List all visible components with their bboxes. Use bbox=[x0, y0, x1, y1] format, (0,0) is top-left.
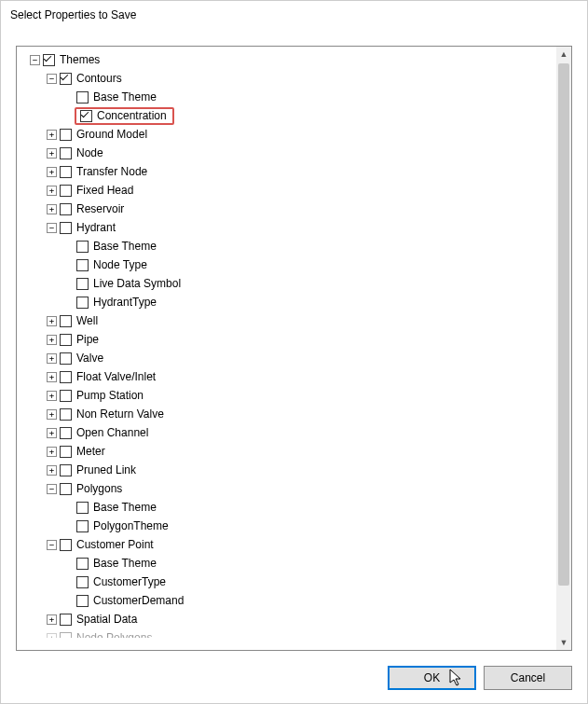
cancel-button[interactable]: Cancel bbox=[484, 666, 572, 690]
checkbox-fixed-head[interactable] bbox=[60, 185, 72, 197]
label-reservoir[interactable]: Reservoir bbox=[75, 202, 126, 215]
expander-spacer bbox=[63, 297, 74, 308]
dialog-button-bar: OK Cancel bbox=[388, 666, 572, 690]
label-pruned-link[interactable]: Pruned Link bbox=[75, 463, 138, 476]
checkbox-well[interactable] bbox=[60, 315, 72, 327]
expander-spacer bbox=[63, 260, 74, 270]
label-concentration[interactable]: Concentration bbox=[95, 109, 169, 122]
label-fixed-head[interactable]: Fixed Head bbox=[75, 184, 135, 197]
checkbox-valve[interactable] bbox=[60, 352, 72, 365]
expander-reservoir[interactable]: + bbox=[47, 204, 57, 214]
checkbox-polygon-theme[interactable] bbox=[76, 520, 89, 532]
label-polygons-base-theme[interactable]: Base Theme bbox=[91, 501, 158, 514]
expander-meter[interactable]: + bbox=[47, 447, 57, 457]
label-contours-base-theme[interactable]: Base Theme bbox=[91, 90, 158, 104]
checkbox-hydrant-base-theme[interactable] bbox=[76, 241, 89, 253]
checkbox-pruned-link[interactable] bbox=[60, 464, 72, 476]
expander-float-valve[interactable]: + bbox=[47, 372, 57, 382]
expander-valve[interactable]: + bbox=[47, 353, 57, 364]
label-float-valve[interactable]: Float Valve/Inlet bbox=[75, 370, 157, 383]
checkbox-concentration[interactable] bbox=[80, 110, 92, 122]
label-polygons[interactable]: Polygons bbox=[75, 482, 124, 495]
highlight-concentration: Concentration bbox=[75, 107, 174, 125]
expander-pump-station[interactable]: + bbox=[47, 391, 57, 401]
expander-non-return-valve[interactable]: + bbox=[47, 409, 57, 420]
tree-frame: − Themes − Contours bbox=[16, 46, 572, 651]
label-spatial-data[interactable]: Spatial Data bbox=[75, 613, 139, 626]
label-themes[interactable]: Themes bbox=[58, 53, 102, 66]
label-contours[interactable]: Contours bbox=[75, 72, 124, 85]
checkbox-polygons-base-theme[interactable] bbox=[76, 502, 89, 514]
properties-tree: − Themes − Contours bbox=[19, 50, 554, 638]
expander-themes[interactable]: − bbox=[30, 55, 40, 65]
expander-fixed-head[interactable]: + bbox=[47, 186, 57, 196]
expander-polygons[interactable]: − bbox=[47, 484, 57, 494]
label-node[interactable]: Node bbox=[75, 146, 105, 159]
checkbox-pump-station[interactable] bbox=[60, 390, 72, 402]
label-valve[interactable]: Valve bbox=[75, 352, 105, 365]
label-hydrant[interactable]: Hydrant bbox=[75, 221, 117, 234]
checkbox-meter[interactable] bbox=[60, 446, 72, 458]
label-non-return-valve[interactable]: Non Return Valve bbox=[75, 407, 166, 421]
expander-ground-model[interactable]: + bbox=[47, 130, 57, 140]
label-node-polygons-partial[interactable]: Node Polygons bbox=[75, 631, 154, 638]
expander-contours[interactable]: − bbox=[47, 74, 57, 84]
checkbox-themes[interactable] bbox=[43, 54, 55, 66]
checkbox-open-channel[interactable] bbox=[60, 427, 72, 439]
expander-node-polygons[interactable]: + bbox=[47, 633, 57, 639]
label-ground-model[interactable]: Ground Model bbox=[75, 128, 149, 141]
checkbox-non-return-valve[interactable] bbox=[60, 408, 72, 421]
scroll-thumb[interactable] bbox=[558, 63, 569, 586]
label-polygon-theme[interactable]: PolygonTheme bbox=[91, 519, 171, 532]
label-live-data-symbol[interactable]: Live Data Symbol bbox=[91, 277, 183, 290]
checkbox-hydrant-type[interactable] bbox=[76, 297, 89, 309]
checkbox-customer-demand[interactable] bbox=[76, 595, 89, 607]
checkbox-contours-base-theme[interactable] bbox=[76, 91, 89, 104]
checkbox-node[interactable] bbox=[60, 147, 72, 159]
checkbox-customer-type[interactable] bbox=[76, 576, 89, 588]
checkbox-float-valve[interactable] bbox=[60, 371, 72, 383]
label-hydrant-base-theme[interactable]: Base Theme bbox=[91, 240, 158, 253]
expander-customer-point[interactable]: − bbox=[47, 540, 57, 550]
checkbox-node-type[interactable] bbox=[76, 259, 89, 271]
label-well[interactable]: Well bbox=[75, 314, 100, 327]
scroll-up-icon[interactable]: ▲ bbox=[556, 47, 571, 62]
label-node-type[interactable]: Node Type bbox=[91, 258, 149, 271]
checkbox-spatial-data[interactable] bbox=[60, 614, 72, 626]
expander-spacer bbox=[63, 242, 74, 252]
checkbox-contours[interactable] bbox=[60, 73, 72, 85]
checkbox-transfer-node[interactable] bbox=[60, 166, 72, 178]
label-open-channel[interactable]: Open Channel bbox=[75, 426, 150, 439]
expander-spacer bbox=[63, 577, 74, 587]
scroll-down-icon[interactable]: ▼ bbox=[556, 635, 571, 650]
ok-button[interactable]: OK bbox=[388, 666, 476, 690]
label-pipe[interactable]: Pipe bbox=[75, 333, 101, 346]
checkbox-customer-base-theme[interactable] bbox=[76, 558, 89, 570]
expander-spatial-data[interactable]: + bbox=[47, 614, 57, 625]
expander-spacer bbox=[63, 92, 74, 103]
expander-open-channel[interactable]: + bbox=[47, 428, 57, 438]
checkbox-ground-model[interactable] bbox=[60, 129, 72, 141]
checkbox-node-polygons[interactable] bbox=[60, 632, 72, 639]
label-transfer-node[interactable]: Transfer Node bbox=[75, 165, 149, 178]
label-hydrant-type[interactable]: HydrantType bbox=[91, 296, 158, 309]
expander-hydrant[interactable]: − bbox=[47, 223, 57, 233]
expander-well[interactable]: + bbox=[47, 316, 57, 326]
label-customer-type[interactable]: CustomerType bbox=[91, 575, 168, 588]
expander-pruned-link[interactable]: + bbox=[47, 465, 57, 476]
expander-node[interactable]: + bbox=[47, 148, 57, 159]
label-customer-base-theme[interactable]: Base Theme bbox=[91, 557, 158, 570]
expander-pipe[interactable]: + bbox=[47, 335, 57, 345]
checkbox-live-data-symbol[interactable] bbox=[76, 278, 89, 290]
vertical-scrollbar[interactable]: ▲ ▼ bbox=[556, 47, 571, 650]
checkbox-reservoir[interactable] bbox=[60, 203, 72, 215]
label-customer-demand[interactable]: CustomerDemand bbox=[91, 594, 185, 607]
checkbox-polygons[interactable] bbox=[60, 483, 72, 495]
label-pump-station[interactable]: Pump Station bbox=[75, 389, 145, 402]
label-customer-point[interactable]: Customer Point bbox=[75, 538, 156, 551]
checkbox-hydrant[interactable] bbox=[60, 222, 72, 234]
checkbox-customer-point[interactable] bbox=[60, 539, 72, 551]
checkbox-pipe[interactable] bbox=[60, 334, 72, 346]
expander-transfer-node[interactable]: + bbox=[47, 167, 57, 177]
label-meter[interactable]: Meter bbox=[75, 445, 107, 458]
